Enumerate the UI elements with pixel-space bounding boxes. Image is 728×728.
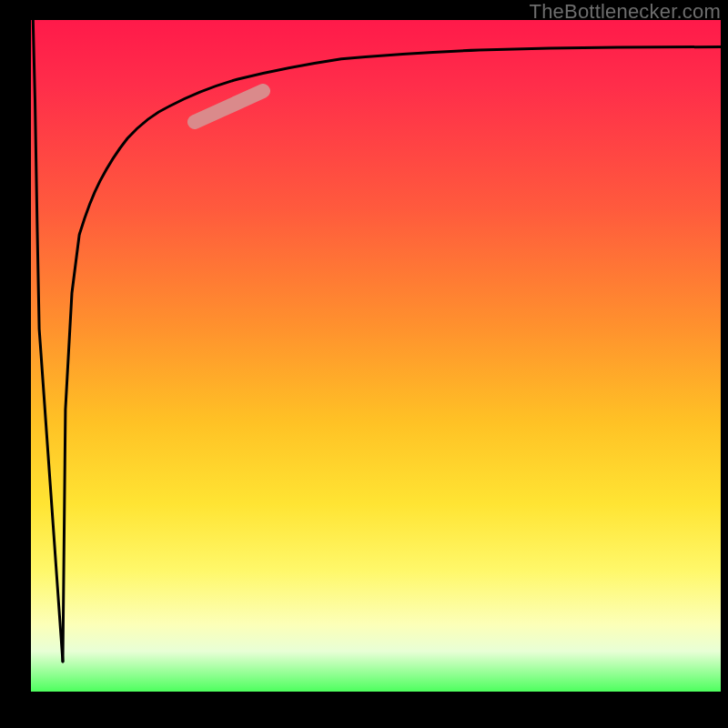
bottleneck-curve-up [63,47,721,662]
highlight-segment [195,91,263,122]
bottleneck-curve [31,20,721,692]
bottleneck-curve-down [33,20,63,662]
plot-area [31,20,721,692]
chart-stage: TheBottlenecker.com [0,0,728,728]
